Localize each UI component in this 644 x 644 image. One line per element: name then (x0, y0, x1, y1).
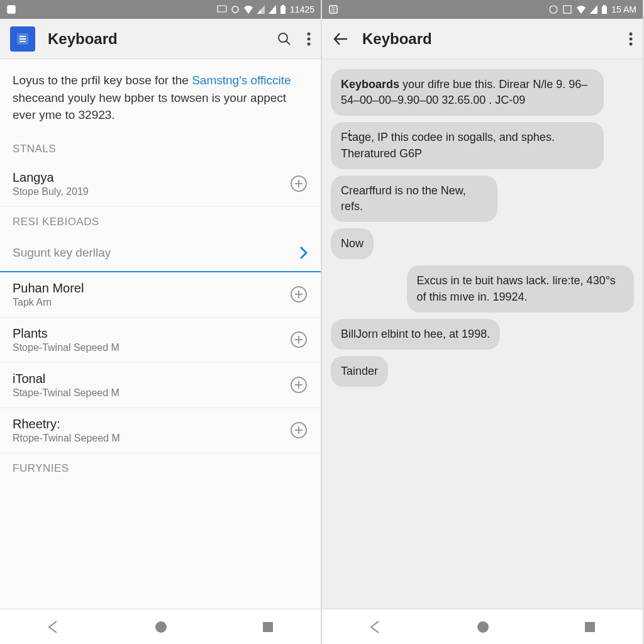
list-item-title: Rheetry: (13, 417, 289, 431)
status-time: 11425 (290, 4, 314, 14)
notification-icon (6, 4, 16, 14)
svg-point-12 (279, 33, 287, 42)
home-nav-icon[interactable] (476, 620, 490, 634)
battery-icon (601, 5, 608, 14)
message-text: Tainder (341, 365, 378, 377)
message-text: Fṫage, IP this codee in sogalls, and sph… (341, 131, 555, 159)
message-bubble[interactable]: Tainder (331, 356, 388, 387)
more-icon[interactable] (307, 32, 311, 46)
nav-item-sugunt[interactable]: Sugunt key derllay (0, 235, 321, 272)
message-text: BillJorn elbint to hee, at 1998. (341, 328, 490, 340)
message-text: Now (341, 237, 364, 250)
signal-icon (257, 5, 265, 14)
svg-line-13 (286, 41, 290, 45)
add-icon[interactable] (289, 375, 308, 394)
list-item-title: Langya (13, 170, 289, 185)
list-item[interactable]: Puhan Morel Tapk Arn (0, 272, 321, 318)
cast-icon (217, 4, 227, 14)
svg-rect-4 (218, 6, 226, 12)
link-text[interactable]: Samstng's officcite (192, 74, 291, 87)
icon1 (548, 4, 558, 14)
list-item[interactable]: iTonal Stape-Twinal Sepeed M (0, 363, 321, 408)
list-item-langya[interactable]: Langya Stope Buly, 2019 (0, 162, 321, 207)
list-item-subtitle: Stope Buly, 2019 (13, 186, 289, 197)
content: Loyus to the prfil key bose for the Sams… (0, 59, 321, 609)
message-text: Crearffurd is no the New, refs. (341, 184, 466, 213)
page-title: Keyboard (48, 30, 264, 48)
section-header-resi: RESI KEBIOADS (0, 207, 321, 235)
svg-point-44 (630, 37, 633, 40)
svg-point-43 (630, 32, 633, 35)
list-item-title: iTonal (13, 372, 289, 386)
svg-point-14 (308, 32, 311, 35)
list-item[interactable]: Plants Stope-Twinal Sepeed M (0, 318, 321, 363)
list-item[interactable]: Rheetry: Rtope-Twinal Sepeed M (0, 408, 321, 453)
message-bubble[interactable]: Keyboards your difre bue this. Direar N/… (331, 69, 604, 116)
page-title: Keyboard (362, 30, 616, 48)
message-bubble[interactable]: Crearffurd is no the New, refs. (331, 175, 497, 222)
list-item-subtitle: Stope-Twinal Sepeed M (13, 342, 289, 353)
svg-point-15 (308, 37, 311, 40)
status-bar: 11425 (0, 0, 321, 19)
section-header-stnals: STNALS (0, 134, 321, 162)
add-icon[interactable] (289, 174, 308, 193)
description-text: Loyus to the prfil key bose for the Sams… (0, 59, 321, 134)
status-time: 15 AM (611, 4, 636, 14)
left-screen: 11425 Keyboard Loyus to the prfil key bo… (0, 0, 322, 644)
svg-rect-33 (263, 622, 273, 632)
toolbar: Keyboard (0, 19, 321, 59)
wifi-icon (576, 5, 586, 14)
wifi-icon (243, 5, 253, 14)
section-header-furynies: FURYNIES (0, 453, 321, 481)
icon2 (562, 4, 572, 14)
search-icon[interactable] (277, 31, 292, 47)
toolbar: Keyboard (322, 19, 643, 59)
app-icon[interactable] (10, 26, 35, 52)
add-icon[interactable] (289, 330, 308, 349)
nav-bar (322, 609, 643, 644)
svg-rect-6 (280, 6, 286, 14)
chevron-right-icon (299, 246, 308, 260)
signal-icon (590, 5, 597, 14)
message-bubble[interactable]: BillJorn elbint to hee, at 1998. (331, 319, 500, 350)
message-bold: Keyboards (341, 78, 399, 91)
list-item-subtitle: Rtope-Twinal Sepeed M (13, 433, 289, 444)
signal-icon-2 (269, 5, 276, 14)
message-bubble[interactable]: Now (331, 228, 374, 259)
message-bubble[interactable]: Excus in te buit haws lack. lire:te, 430… (407, 265, 635, 312)
home-nav-icon[interactable] (154, 620, 168, 634)
svg-rect-41 (603, 5, 606, 6)
nav-bar (0, 609, 321, 644)
list-item-title: Puhan Morel (13, 281, 289, 296)
battery-icon (280, 5, 286, 14)
back-nav-icon[interactable] (369, 620, 382, 634)
add-icon[interactable] (289, 285, 308, 304)
recent-nav-icon[interactable] (262, 621, 274, 633)
nav-item-label: Sugunt key derllay (13, 246, 299, 260)
message-text: Excus in te buit haws lack. lire:te, 430… (417, 274, 616, 303)
svg-rect-40 (602, 6, 607, 14)
status-bar: 15 AM (322, 0, 643, 19)
svg-point-16 (308, 42, 311, 45)
svg-rect-47 (585, 622, 595, 632)
svg-rect-7 (282, 5, 284, 6)
back-icon[interactable] (332, 30, 350, 48)
svg-point-38 (550, 6, 557, 13)
list-item-title: Plants (13, 326, 289, 341)
notification-icon (328, 4, 338, 14)
right-screen: 15 AM Keyboard Keyboards your difre bue … (322, 0, 644, 644)
svg-point-32 (155, 621, 167, 633)
more-icon[interactable] (629, 32, 633, 46)
recent-nav-icon[interactable] (584, 621, 596, 633)
chat-content: Keyboards your difre bue this. Direar N/… (322, 59, 643, 609)
add-icon[interactable] (289, 421, 308, 440)
list-item-subtitle: Stape-Twinal Sepeed M (13, 387, 289, 399)
back-nav-icon[interactable] (47, 620, 60, 634)
svg-point-45 (630, 42, 633, 45)
svg-point-46 (477, 621, 489, 633)
list-item-subtitle: Tapk Arn (13, 297, 289, 308)
svg-point-5 (232, 6, 238, 13)
message-bubble[interactable]: Fṫage, IP this codee in sogalls, and sph… (331, 122, 604, 169)
svg-rect-39 (564, 6, 571, 13)
circle-icon (231, 5, 240, 14)
